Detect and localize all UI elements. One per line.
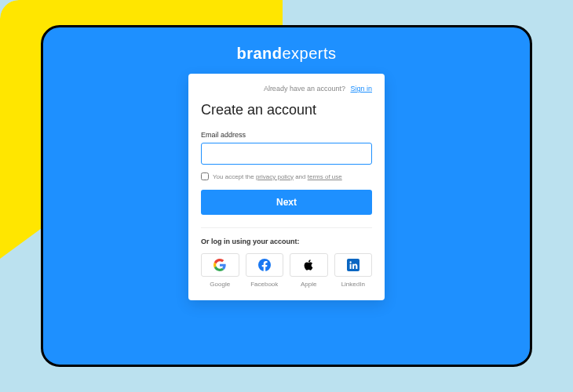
linkedin-label: LinkedIn xyxy=(341,281,365,288)
device-frame: brandexperts Already have an account? Si… xyxy=(41,25,532,367)
google-login-button[interactable] xyxy=(201,253,239,277)
google-label: Google xyxy=(210,281,230,288)
linkedin-icon xyxy=(347,259,359,271)
social-login-label: Or log in using your account: xyxy=(201,238,372,245)
page-title: Create an account xyxy=(201,102,372,118)
apple-login-button[interactable] xyxy=(290,253,328,277)
apple-icon xyxy=(302,259,315,271)
linkedin-login-button[interactable] xyxy=(334,253,373,277)
terms-row: You accept the privacy policy and terms … xyxy=(201,172,372,180)
signup-card: Already have an account? Sign in Create … xyxy=(188,74,385,300)
social-item-linkedin: LinkedIn xyxy=(334,253,373,288)
logo: brandexperts xyxy=(236,45,336,63)
email-field-group: Email address xyxy=(201,131,372,165)
social-item-facebook: Facebook xyxy=(246,253,284,288)
facebook-icon xyxy=(258,259,271,271)
facebook-label: Facebook xyxy=(250,281,278,288)
terms-of-use-link[interactable]: terms of use xyxy=(308,173,342,180)
google-icon xyxy=(214,259,226,271)
email-input[interactable] xyxy=(201,143,372,165)
divider xyxy=(201,227,372,228)
signin-prompt: Already have an account? xyxy=(264,85,345,93)
signin-row: Already have an account? Sign in xyxy=(201,85,372,93)
social-item-google: Google xyxy=(201,253,239,288)
terms-text: You accept the privacy policy and terms … xyxy=(213,173,342,180)
terms-checkbox[interactable] xyxy=(201,172,209,180)
facebook-login-button[interactable] xyxy=(246,253,284,277)
privacy-policy-link[interactable]: privacy policy xyxy=(256,173,294,180)
social-login-row: Google Facebook Apple xyxy=(201,253,372,288)
next-button[interactable]: Next xyxy=(201,190,372,215)
logo-thin: experts xyxy=(282,45,336,62)
signin-link[interactable]: Sign in xyxy=(350,85,372,93)
apple-label: Apple xyxy=(301,281,316,288)
email-label: Email address xyxy=(201,131,372,139)
social-item-apple: Apple xyxy=(290,253,328,288)
logo-bold: brand xyxy=(236,45,282,62)
